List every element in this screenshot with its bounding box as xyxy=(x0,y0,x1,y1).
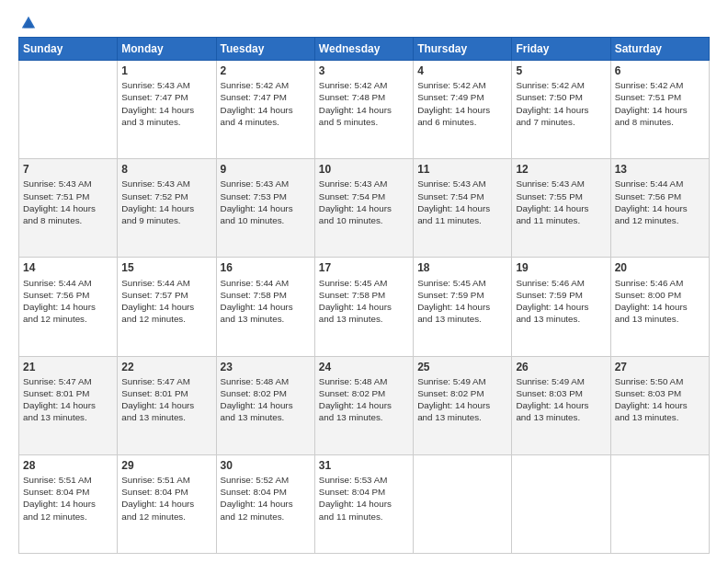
day-number: 30 xyxy=(221,458,311,473)
day-info: Sunrise: 5:44 AMSunset: 7:56 PMDaylight:… xyxy=(23,277,113,326)
calendar-cell xyxy=(512,454,610,553)
day-number: 31 xyxy=(319,458,409,473)
day-info: Sunrise: 5:42 AMSunset: 7:50 PMDaylight:… xyxy=(516,79,606,128)
calendar-cell: 18Sunrise: 5:45 AMSunset: 7:59 PMDayligh… xyxy=(414,258,512,356)
calendar-cell: 29Sunrise: 5:51 AMSunset: 8:04 PMDayligh… xyxy=(118,454,216,553)
day-info: Sunrise: 5:52 AMSunset: 8:04 PMDaylight:… xyxy=(221,474,311,523)
day-info: Sunrise: 5:42 AMSunset: 7:49 PMDaylight:… xyxy=(417,79,507,128)
day-info: Sunrise: 5:45 AMSunset: 7:59 PMDaylight:… xyxy=(417,277,507,326)
day-info: Sunrise: 5:46 AMSunset: 8:00 PMDaylight:… xyxy=(615,277,705,326)
calendar-header: SundayMondayTuesdayWednesdayThursdayFrid… xyxy=(19,38,710,61)
day-info: Sunrise: 5:46 AMSunset: 7:59 PMDaylight:… xyxy=(516,277,606,326)
day-number: 18 xyxy=(417,260,507,275)
weekday-header: Sunday xyxy=(19,38,118,61)
day-info: Sunrise: 5:42 AMSunset: 7:47 PMDaylight:… xyxy=(221,79,311,128)
calendar-cell: 3Sunrise: 5:42 AMSunset: 7:48 PMDaylight… xyxy=(314,61,413,159)
day-info: Sunrise: 5:50 AMSunset: 8:03 PMDaylight:… xyxy=(615,375,705,424)
header xyxy=(18,15,710,31)
logo xyxy=(18,15,37,31)
day-number: 27 xyxy=(615,360,705,374)
day-info: Sunrise: 5:42 AMSunset: 7:48 PMDaylight:… xyxy=(319,79,409,128)
calendar-cell xyxy=(19,61,118,159)
day-info: Sunrise: 5:53 AMSunset: 8:04 PMDaylight:… xyxy=(319,474,409,523)
day-number: 23 xyxy=(221,360,311,374)
day-info: Sunrise: 5:51 AMSunset: 8:04 PMDaylight:… xyxy=(23,474,113,523)
day-info: Sunrise: 5:49 AMSunset: 8:02 PMDaylight:… xyxy=(417,375,507,424)
day-number: 26 xyxy=(516,360,606,374)
day-info: Sunrise: 5:43 AMSunset: 7:54 PMDaylight:… xyxy=(319,178,409,226)
day-number: 20 xyxy=(615,260,705,275)
day-info: Sunrise: 5:44 AMSunset: 7:56 PMDaylight:… xyxy=(615,178,705,226)
calendar-cell: 14Sunrise: 5:44 AMSunset: 7:56 PMDayligh… xyxy=(19,258,118,356)
calendar-cell: 26Sunrise: 5:49 AMSunset: 8:03 PMDayligh… xyxy=(512,356,610,454)
day-number: 8 xyxy=(121,162,211,177)
calendar-cell: 11Sunrise: 5:43 AMSunset: 7:54 PMDayligh… xyxy=(414,159,512,258)
day-info: Sunrise: 5:47 AMSunset: 8:01 PMDaylight:… xyxy=(121,375,211,424)
weekday-header: Saturday xyxy=(610,38,709,61)
day-number: 19 xyxy=(516,260,606,275)
page: SundayMondayTuesdayWednesdayThursdayFrid… xyxy=(0,0,728,563)
logo-icon xyxy=(20,15,37,31)
calendar-cell: 1Sunrise: 5:43 AMSunset: 7:47 PMDaylight… xyxy=(118,61,216,159)
calendar-cell: 2Sunrise: 5:42 AMSunset: 7:47 PMDaylight… xyxy=(216,61,314,159)
calendar-cell: 27Sunrise: 5:50 AMSunset: 8:03 PMDayligh… xyxy=(610,356,709,454)
calendar-week-row: 7Sunrise: 5:43 AMSunset: 7:51 PMDaylight… xyxy=(19,159,710,258)
day-number: 2 xyxy=(221,63,311,78)
calendar-cell: 31Sunrise: 5:53 AMSunset: 8:04 PMDayligh… xyxy=(314,454,413,553)
calendar-table: SundayMondayTuesdayWednesdayThursdayFrid… xyxy=(18,37,710,554)
day-number: 29 xyxy=(121,458,211,473)
calendar-cell: 16Sunrise: 5:44 AMSunset: 7:58 PMDayligh… xyxy=(216,258,314,356)
calendar-cell xyxy=(414,454,512,553)
calendar-cell: 22Sunrise: 5:47 AMSunset: 8:01 PMDayligh… xyxy=(118,356,216,454)
day-info: Sunrise: 5:43 AMSunset: 7:55 PMDaylight:… xyxy=(516,178,606,226)
calendar-cell: 10Sunrise: 5:43 AMSunset: 7:54 PMDayligh… xyxy=(314,159,413,258)
calendar-cell: 5Sunrise: 5:42 AMSunset: 7:50 PMDaylight… xyxy=(512,61,610,159)
day-info: Sunrise: 5:48 AMSunset: 8:02 PMDaylight:… xyxy=(221,375,311,424)
day-info: Sunrise: 5:44 AMSunset: 7:58 PMDaylight:… xyxy=(221,277,311,326)
weekday-header-row: SundayMondayTuesdayWednesdayThursdayFrid… xyxy=(19,38,710,61)
day-info: Sunrise: 5:48 AMSunset: 8:02 PMDaylight:… xyxy=(319,375,409,424)
weekday-header: Tuesday xyxy=(216,38,314,61)
weekday-header: Friday xyxy=(512,38,610,61)
calendar-cell: 28Sunrise: 5:51 AMSunset: 8:04 PMDayligh… xyxy=(19,454,118,553)
weekday-header: Wednesday xyxy=(314,38,413,61)
day-number: 25 xyxy=(417,360,507,374)
calendar-cell: 17Sunrise: 5:45 AMSunset: 7:58 PMDayligh… xyxy=(314,258,413,356)
calendar-cell: 7Sunrise: 5:43 AMSunset: 7:51 PMDaylight… xyxy=(19,159,118,258)
day-info: Sunrise: 5:51 AMSunset: 8:04 PMDaylight:… xyxy=(121,474,211,523)
calendar-cell: 6Sunrise: 5:42 AMSunset: 7:51 PMDaylight… xyxy=(610,61,709,159)
calendar-week-row: 14Sunrise: 5:44 AMSunset: 7:56 PMDayligh… xyxy=(19,258,710,356)
calendar-cell: 19Sunrise: 5:46 AMSunset: 7:59 PMDayligh… xyxy=(512,258,610,356)
calendar-cell: 25Sunrise: 5:49 AMSunset: 8:02 PMDayligh… xyxy=(414,356,512,454)
calendar-cell: 24Sunrise: 5:48 AMSunset: 8:02 PMDayligh… xyxy=(314,356,413,454)
day-number: 10 xyxy=(319,162,409,177)
calendar-cell: 15Sunrise: 5:44 AMSunset: 7:57 PMDayligh… xyxy=(118,258,216,356)
day-number: 22 xyxy=(121,360,211,374)
day-number: 5 xyxy=(516,63,606,78)
day-number: 28 xyxy=(23,458,113,473)
calendar-cell: 13Sunrise: 5:44 AMSunset: 7:56 PMDayligh… xyxy=(610,159,709,258)
day-number: 9 xyxy=(221,162,311,177)
day-number: 3 xyxy=(319,63,409,78)
calendar-cell: 9Sunrise: 5:43 AMSunset: 7:53 PMDaylight… xyxy=(216,159,314,258)
day-number: 17 xyxy=(319,260,409,275)
day-info: Sunrise: 5:42 AMSunset: 7:51 PMDaylight:… xyxy=(615,79,705,128)
day-number: 11 xyxy=(417,162,507,177)
calendar-cell: 8Sunrise: 5:43 AMSunset: 7:52 PMDaylight… xyxy=(118,159,216,258)
weekday-header: Thursday xyxy=(414,38,512,61)
day-number: 15 xyxy=(121,260,211,275)
calendar-cell xyxy=(610,454,709,553)
day-info: Sunrise: 5:47 AMSunset: 8:01 PMDaylight:… xyxy=(23,375,113,424)
day-info: Sunrise: 5:43 AMSunset: 7:53 PMDaylight:… xyxy=(221,178,311,226)
day-info: Sunrise: 5:43 AMSunset: 7:54 PMDaylight:… xyxy=(417,178,507,226)
calendar-cell: 20Sunrise: 5:46 AMSunset: 8:00 PMDayligh… xyxy=(610,258,709,356)
day-number: 12 xyxy=(516,162,606,177)
day-number: 13 xyxy=(615,162,705,177)
weekday-header: Monday xyxy=(118,38,216,61)
day-info: Sunrise: 5:44 AMSunset: 7:57 PMDaylight:… xyxy=(121,277,211,326)
day-info: Sunrise: 5:43 AMSunset: 7:47 PMDaylight:… xyxy=(121,79,211,128)
day-number: 7 xyxy=(23,162,113,177)
day-info: Sunrise: 5:45 AMSunset: 7:58 PMDaylight:… xyxy=(319,277,409,326)
calendar-cell: 12Sunrise: 5:43 AMSunset: 7:55 PMDayligh… xyxy=(512,159,610,258)
day-number: 24 xyxy=(319,360,409,374)
